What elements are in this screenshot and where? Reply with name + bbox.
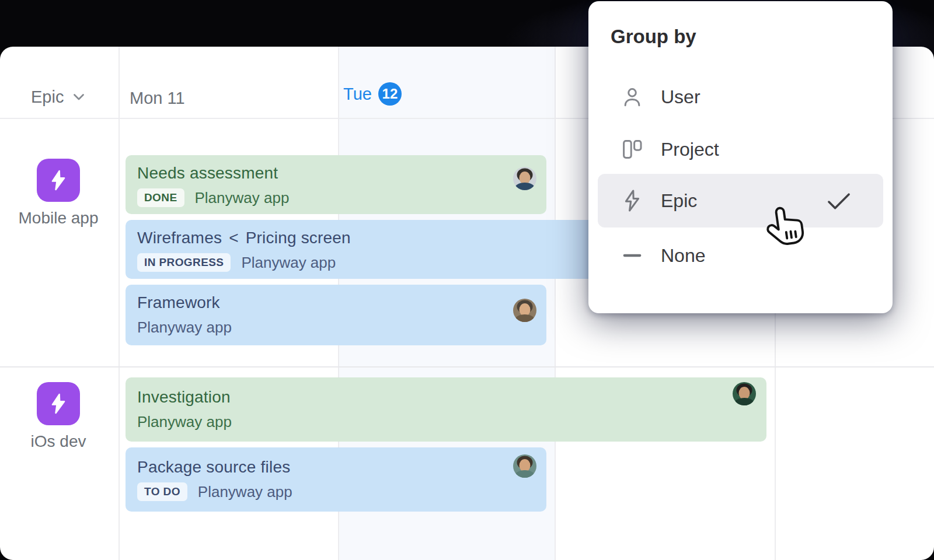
grid-line: [555, 47, 556, 560]
menu-item-label: Project: [661, 139, 719, 160]
project-label: Planyway app: [241, 254, 336, 272]
assignee-avatar: [733, 382, 756, 405]
day-header-tue: Tue 12: [343, 82, 402, 106]
epic-group-label: iOs dev: [3, 432, 114, 451]
assignee-avatar: [513, 299, 536, 322]
project-icon: [619, 139, 646, 160]
menu-item-epic[interactable]: Epic: [598, 174, 883, 228]
linked-card-title: Pricing screen: [246, 229, 351, 247]
row-divider: [0, 366, 934, 368]
task-card-investigation[interactable]: Investigation Planyway app: [126, 377, 766, 442]
user-icon: [619, 86, 646, 107]
none-icon: [619, 245, 646, 266]
menu-item-project[interactable]: Project: [598, 123, 883, 176]
epic-icon: [619, 189, 646, 212]
day-header-mon: Mon 11: [130, 89, 185, 108]
grid-line: [119, 47, 120, 560]
project-label: Planyway app: [137, 318, 232, 337]
menu-item-none[interactable]: None: [598, 229, 883, 282]
project-label: Planyway app: [195, 189, 290, 207]
epic-group-ios-dev: iOs dev: [3, 382, 114, 451]
project-label: Planyway app: [137, 413, 232, 431]
menu-title: Group by: [611, 26, 696, 48]
menu-item-label: User: [661, 86, 700, 108]
assignee-avatar: [513, 167, 536, 190]
epic-icon: [37, 159, 80, 202]
menu-item-user[interactable]: User: [598, 70, 883, 124]
status-badge: DONE: [137, 188, 184, 207]
group-by-selector[interactable]: Epic: [31, 88, 85, 107]
epic-group-label: Mobile app: [3, 209, 114, 228]
card-title: Investigation: [137, 387, 755, 407]
epic-group-mobile-app: Mobile app: [3, 159, 114, 228]
epic-icon: [37, 382, 80, 425]
checkmark-icon: [826, 192, 852, 213]
menu-item-label: None: [661, 245, 706, 267]
assignee-avatar: [513, 454, 536, 478]
card-title: Framework: [137, 293, 535, 313]
task-card-needs-assessment[interactable]: Needs assessment DONE Planyway app: [126, 155, 546, 214]
link-separator: <: [229, 229, 239, 247]
day-header-tue-label: Tue: [343, 85, 372, 104]
chevron-down-icon: [73, 93, 85, 101]
task-card-package-source-files[interactable]: Package source files TO DO Planyway app: [126, 447, 546, 512]
project-label: Planyway app: [198, 483, 292, 501]
status-badge: IN PROGRESS: [137, 253, 231, 272]
card-title: Package source files: [137, 457, 535, 477]
menu-item-label: Epic: [661, 190, 697, 212]
group-by-selector-value: Epic: [31, 88, 64, 107]
today-date-badge: 12: [378, 82, 402, 106]
card-title: Needs assessment: [137, 163, 535, 183]
task-card-framework[interactable]: Framework Planyway app: [126, 285, 546, 345]
status-badge: TO DO: [137, 482, 187, 501]
group-by-menu: Group by User Project Epic: [588, 1, 893, 313]
